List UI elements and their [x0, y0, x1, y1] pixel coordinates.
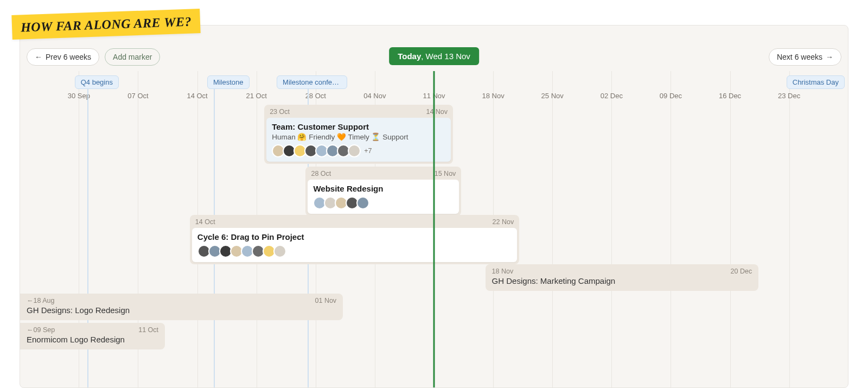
- project-title: GH Designs: Marketing Campaign: [492, 276, 752, 285]
- grid-label: 02 Dec: [601, 92, 623, 100]
- avatar-overflow: +7: [364, 147, 372, 155]
- project-end: 11 Oct: [138, 326, 158, 334]
- today-rest: , Wed 13 Nov: [421, 52, 470, 61]
- project-end: 22 Nov: [493, 218, 514, 226]
- project-title: Enormicom Logo Redesign: [27, 335, 158, 344]
- avatar: [356, 196, 369, 209]
- grid-label: 16 Dec: [719, 92, 741, 100]
- grid-label: 23 Dec: [778, 92, 800, 100]
- today-line: [433, 71, 435, 387]
- project-end: 15 Nov: [435, 170, 456, 177]
- project-start: 18 Nov: [492, 268, 514, 275]
- marker-christmas-day[interactable]: Christmas Day: [787, 75, 845, 89]
- timeline-area: 30 Sep 07 Oct 14 Oct 21 Oct 28 Oct 04 No…: [20, 71, 848, 387]
- add-marker-label: Add marker: [113, 53, 152, 61]
- grid-label: 25 Nov: [541, 92, 564, 100]
- project-end: 01 Nov: [315, 297, 337, 304]
- marker-q4-begins[interactable]: Q4 begins: [75, 75, 119, 89]
- project-title: Cycle 6: Drag to Pin Project: [197, 232, 512, 241]
- grid-label: 04 Nov: [363, 92, 386, 100]
- grid-label: 09 Dec: [660, 92, 682, 100]
- project-title: Website Redesign: [313, 184, 454, 193]
- today-bold: Today: [398, 52, 421, 61]
- next-weeks-button[interactable]: Next 6 weeks →: [769, 48, 841, 66]
- project-enormicom-logo[interactable]: ←09 Sep 11 Oct Enormicom Logo Redesign: [20, 323, 165, 349]
- project-avatars: [313, 196, 454, 209]
- avatar: [348, 144, 361, 157]
- project-website-redesign[interactable]: 28 Oct 15 Nov Website Redesign: [305, 167, 461, 216]
- avatar: [273, 245, 286, 258]
- project-start: 28 Oct: [311, 170, 331, 177]
- project-team-customer-support[interactable]: 23 Oct 14 Nov Team: Customer Support Hum…: [264, 105, 453, 164]
- marker-milestone[interactable]: Milestone: [207, 75, 250, 89]
- prev-label: Prev 6 weeks: [46, 53, 91, 61]
- project-avatars: +7: [272, 144, 445, 157]
- project-start-offscreen: ←18 Aug: [27, 297, 54, 304]
- grid-label: 07 Oct: [127, 92, 148, 100]
- arrow-right-icon: →: [826, 53, 833, 61]
- next-label: Next 6 weeks: [777, 53, 822, 61]
- project-cycle-6[interactable]: 14 Oct 22 Nov Cycle 6: Drag to Pin Proje…: [190, 215, 519, 264]
- project-start-offscreen: ←09 Sep: [27, 326, 55, 334]
- grid-label: 18 Nov: [482, 92, 504, 100]
- project-end: 14 Nov: [426, 108, 448, 116]
- timeline-panel: ← Prev 6 weeks Add marker Next 6 weeks →…: [20, 25, 848, 388]
- grid-label: 21 Oct: [246, 92, 267, 100]
- marker-milestone-conference[interactable]: Milestone conferen…: [277, 75, 347, 89]
- add-marker-button[interactable]: Add marker: [105, 48, 160, 66]
- project-start: 23 Oct: [270, 108, 290, 116]
- arrow-left-icon: ←: [35, 53, 42, 61]
- today-indicator: Today, Wed 13 Nov: [389, 47, 479, 65]
- project-start: 14 Oct: [195, 218, 215, 226]
- prev-weeks-button[interactable]: ← Prev 6 weeks: [27, 48, 99, 66]
- project-end: 20 Dec: [731, 268, 752, 275]
- project-marketing-campaign[interactable]: 18 Nov 20 Dec GH Designs: Marketing Camp…: [486, 264, 759, 291]
- project-avatars: [197, 245, 512, 258]
- project-subtitle: Human 🤗 Friendly 🧡 Timely ⏳ Support: [272, 132, 445, 141]
- grid-label: 14 Oct: [187, 92, 207, 100]
- project-title: Team: Customer Support: [272, 122, 445, 131]
- project-logo-redesign[interactable]: ←18 Aug 01 Nov GH Designs: Logo Redesign: [20, 294, 343, 320]
- project-title: GH Designs: Logo Redesign: [27, 306, 336, 315]
